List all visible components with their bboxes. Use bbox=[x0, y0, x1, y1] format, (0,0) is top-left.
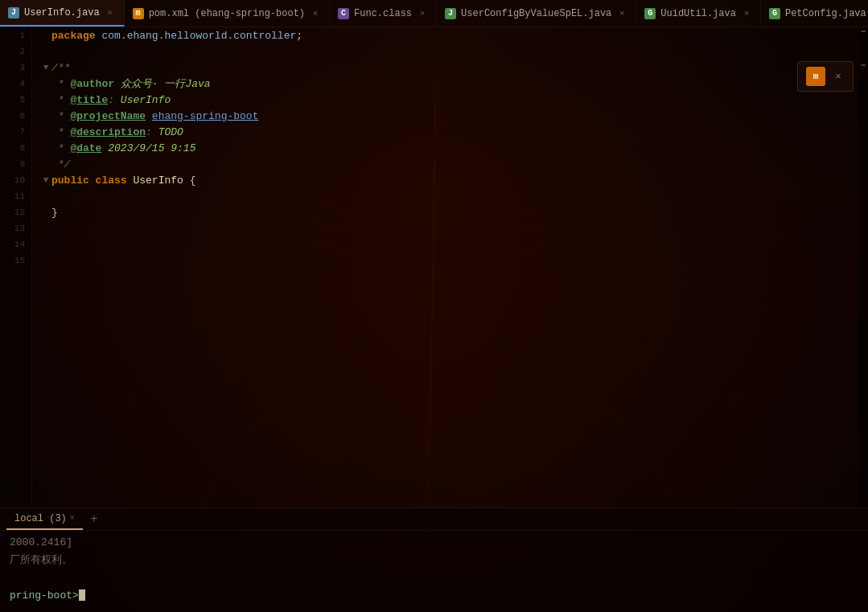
fold-12 bbox=[40, 207, 51, 217]
java-spel-icon: J bbox=[445, 8, 456, 19]
mps-close-button[interactable]: × bbox=[832, 70, 845, 83]
tab-userinfo-java[interactable]: J UserInfo.java × bbox=[0, 0, 125, 27]
line-num-13: 13 bbox=[0, 220, 31, 236]
tab-func-class[interactable]: C Func.class × bbox=[330, 0, 437, 27]
line-num-14: 14 bbox=[0, 236, 31, 253]
code-line-8: * @date 2023/9/15 9:15 bbox=[40, 140, 868, 156]
code-line-7: * @description: TODO bbox=[40, 124, 868, 140]
code-line-9: */ bbox=[40, 156, 868, 172]
terminal-tab-local3[interactable]: local (3) × bbox=[6, 508, 83, 530]
code-line-12: } bbox=[40, 204, 868, 220]
code-line-4: * @author 众众号· 一行Java bbox=[40, 76, 868, 92]
terminal-add-button[interactable]: + bbox=[86, 511, 102, 528]
scroll-mark-1 bbox=[861, 31, 866, 32]
tab-label-userinfo: UserInfo.java bbox=[24, 7, 100, 18]
close-tab-userinfo[interactable]: × bbox=[105, 7, 116, 18]
line-num-9: 9 bbox=[0, 156, 31, 172]
line-num-4: 4 bbox=[0, 76, 31, 92]
terminal-tab-label: local (3) bbox=[14, 513, 67, 524]
fold-4 bbox=[40, 79, 51, 88]
tab-userconfig-spel[interactable]: J UserConfigByValueSpEL.java × bbox=[437, 0, 636, 27]
line-numbers: 1 2 3 4 5 6 7 8 9 10 11 12 13 14 15 bbox=[0, 27, 32, 507]
line-num-8: 8 bbox=[0, 140, 31, 156]
fold-7 bbox=[40, 127, 51, 137]
terminal-cursor bbox=[79, 589, 85, 601]
code-line-6: * @projectName ehang-spring-boot bbox=[40, 108, 868, 124]
editor-main: 1 2 3 4 5 6 7 8 9 10 11 12 13 14 15 pack… bbox=[0, 27, 868, 507]
code-line-11 bbox=[40, 188, 868, 204]
terminal-line-1: 2000.2416] bbox=[10, 534, 858, 550]
tab-uuid-util[interactable]: G UuidUtil.java × bbox=[636, 0, 761, 27]
tab-pom-xml[interactable]: m pom.xml (ehang-spring-boot) × bbox=[125, 0, 330, 27]
java-file-icon: J bbox=[8, 7, 19, 18]
code-line-3: ▼ /** bbox=[40, 60, 868, 76]
terminal-line-4: pring-boot> bbox=[10, 587, 858, 603]
line-num-6: 6 bbox=[0, 108, 31, 124]
line-num-1: 1 bbox=[0, 27, 31, 43]
tab-label-spel: UserConfigByValueSpEL.java bbox=[461, 8, 611, 19]
editor-scrollbar[interactable] bbox=[858, 27, 868, 507]
line-num-11: 11 bbox=[0, 188, 31, 204]
code-line-1: package com.ehang.helloworld.controller; bbox=[40, 27, 868, 43]
close-tab-uuid[interactable]: × bbox=[741, 8, 752, 19]
line-num-12: 12 bbox=[0, 204, 31, 220]
fold-8 bbox=[40, 143, 51, 153]
fold-1[interactable] bbox=[40, 31, 51, 40]
close-tab-pom[interactable]: × bbox=[310, 8, 321, 19]
fold-2[interactable] bbox=[40, 47, 51, 56]
tab-pet-config[interactable]: G PetConfig.java × bbox=[761, 0, 868, 27]
mps-notification: m × bbox=[797, 61, 854, 92]
code-line-2 bbox=[40, 43, 868, 60]
terminal-output: 2000.2416] 厂所有权利。 pring-boot> bbox=[0, 531, 868, 612]
line-num-3: 3 bbox=[0, 60, 31, 76]
tab-label-pet: PetConfig.java bbox=[785, 8, 866, 19]
line-num-5: 5 bbox=[0, 92, 31, 108]
tab-label-func: Func.class bbox=[354, 8, 412, 19]
java-pet-icon: G bbox=[769, 8, 780, 19]
terminal-line-2: 厂所有权利。 bbox=[10, 552, 858, 568]
close-tab-spel[interactable]: × bbox=[616, 8, 627, 19]
fold-6 bbox=[40, 111, 51, 121]
scroll-mark-2 bbox=[861, 64, 866, 66]
xml-file-icon: m bbox=[133, 8, 144, 19]
terminal-tab-bar: local (3) × + bbox=[0, 508, 868, 531]
code-line-10: ▼ public class UserInfo { bbox=[40, 172, 868, 188]
line-num-2: 2 bbox=[0, 43, 31, 60]
terminal-tab-close[interactable]: × bbox=[70, 514, 75, 523]
java-uuid-icon: G bbox=[644, 8, 656, 19]
close-tab-func[interactable]: × bbox=[417, 8, 428, 19]
bottom-panel: local (3) × + 2000.2416] 厂所有权利。 pring-bo… bbox=[0, 507, 868, 612]
fold-11 bbox=[40, 191, 51, 201]
fold-5 bbox=[40, 95, 51, 105]
tab-bar: J UserInfo.java × m pom.xml (ehang-sprin… bbox=[0, 0, 868, 27]
mps-icon: m bbox=[806, 67, 825, 86]
fold-10[interactable]: ▼ bbox=[40, 175, 51, 185]
tab-label-uuid: UuidUtil.java bbox=[660, 8, 736, 19]
line-num-10: 10 bbox=[0, 172, 31, 188]
tab-label-pom: pom.xml (ehang-spring-boot) bbox=[149, 8, 305, 19]
code-line-5: * @title: UserInfo bbox=[40, 92, 868, 108]
fold-3[interactable]: ▼ bbox=[40, 63, 51, 72]
code-editor[interactable]: package com.ehang.helloworld.controller;… bbox=[32, 27, 868, 507]
line-num-7: 7 bbox=[0, 124, 31, 140]
terminal-line-3 bbox=[10, 569, 858, 585]
line-num-15: 15 bbox=[0, 253, 31, 269]
fold-9 bbox=[40, 159, 51, 169]
class-file-icon: C bbox=[338, 8, 349, 19]
